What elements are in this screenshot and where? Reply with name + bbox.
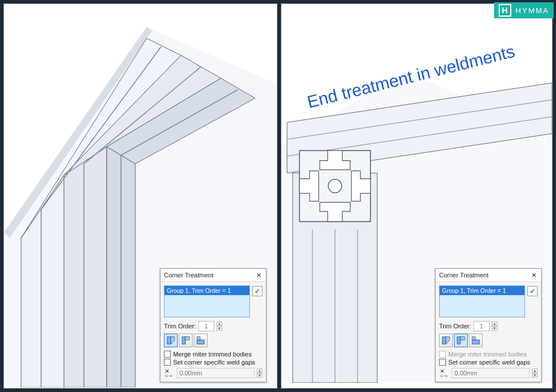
merge-checkbox-row[interactable]: Merge miter trimmed bodies bbox=[164, 351, 263, 358]
weld-gap-icon: G bbox=[439, 368, 449, 378]
corner-type-butt2-button[interactable] bbox=[469, 334, 483, 347]
svg-text:G: G bbox=[165, 374, 168, 378]
chevron-up-icon[interactable]: ▲ bbox=[492, 322, 498, 326]
close-icon[interactable]: ✕ bbox=[530, 271, 538, 279]
corner-type-row bbox=[439, 334, 538, 347]
close-icon[interactable]: ✕ bbox=[254, 271, 263, 279]
confirm-button[interactable]: ✓ bbox=[527, 286, 538, 296]
merge-checkbox bbox=[439, 351, 446, 358]
chevron-up-icon[interactable]: ▲ bbox=[257, 369, 263, 373]
trim-order-input[interactable]: 1 bbox=[198, 321, 214, 331]
viewport-left[interactable]: Corner Treatment ✕ Group 1, Trim Order =… bbox=[3, 3, 277, 389]
svg-rect-19 bbox=[197, 337, 200, 340]
setgap-checkbox-row[interactable]: Set corner specific weld gaps bbox=[164, 359, 263, 366]
chevron-down-icon[interactable]: ▼ bbox=[217, 326, 222, 331]
confirm-button[interactable]: ✓ bbox=[252, 286, 263, 296]
svg-rect-34 bbox=[460, 337, 464, 340]
group-list-item[interactable]: Group 1, Trim Order = 1 bbox=[165, 286, 249, 295]
svg-text:G: G bbox=[440, 374, 443, 378]
svg-marker-32 bbox=[446, 337, 449, 344]
weld-gap-input[interactable]: 0.00mm bbox=[177, 368, 254, 378]
trim-order-spinner[interactable]: ▲ ▼ bbox=[492, 322, 498, 331]
setgap-checkbox[interactable] bbox=[164, 359, 171, 366]
svg-rect-36 bbox=[472, 337, 475, 340]
svg-rect-31 bbox=[443, 337, 446, 344]
svg-rect-17 bbox=[185, 337, 189, 340]
weld-gap-icon: G bbox=[164, 368, 174, 378]
svg-rect-35 bbox=[472, 340, 480, 344]
corner-type-miter-button[interactable] bbox=[439, 334, 453, 347]
corner-type-butt1-button[interactable] bbox=[179, 334, 193, 347]
setgap-label: Set corner specific weld gaps bbox=[173, 359, 255, 366]
chevron-down-icon[interactable]: ▼ bbox=[532, 373, 538, 378]
corner-treatment-dialog-right: Corner Treatment ✕ Group 1, Trim Order =… bbox=[435, 268, 542, 382]
trim-order-label: Trim Order: bbox=[164, 323, 196, 330]
brand-logo: H HYMMA bbox=[494, 2, 554, 18]
viewport-right[interactable]: End treatment in weldments Corner Treatm… bbox=[281, 3, 553, 389]
trim-order-spinner[interactable]: ▲ ▼ bbox=[217, 322, 222, 331]
svg-marker-3 bbox=[64, 147, 107, 387]
split-view: Corner Treatment ✕ Group 1, Trim Order =… bbox=[0, 0, 556, 392]
svg-rect-14 bbox=[167, 337, 171, 344]
chevron-up-icon[interactable]: ▲ bbox=[532, 369, 538, 373]
chevron-up-icon[interactable]: ▲ bbox=[217, 322, 222, 326]
weld-gap-input[interactable]: 0.00mm bbox=[452, 368, 530, 378]
dialog-header: Corner Treatment ✕ bbox=[436, 269, 541, 282]
dialog-title: Corner Treatment bbox=[439, 272, 488, 279]
setgap-checkbox[interactable] bbox=[439, 359, 446, 366]
group-list-item[interactable]: Group 1, Trim Order = 1 bbox=[440, 286, 524, 295]
svg-rect-18 bbox=[197, 340, 205, 344]
svg-point-27 bbox=[328, 179, 342, 193]
merge-label: Merge miter trimmed bodies bbox=[448, 351, 527, 358]
brand-name: HYMMA bbox=[516, 6, 549, 15]
dialog-header: Corner Treatment ✕ bbox=[160, 269, 266, 282]
group-listbox[interactable]: Group 1, Trim Order = 1 bbox=[164, 285, 250, 317]
svg-marker-15 bbox=[171, 337, 174, 344]
dialog-title: Corner Treatment bbox=[164, 272, 213, 279]
merge-checkbox-row: Merge miter trimmed bodies bbox=[439, 351, 538, 358]
weld-gap-spinner[interactable]: ▲ ▼ bbox=[532, 369, 538, 378]
group-listbox[interactable]: Group 1, Trim Order = 1 bbox=[439, 285, 525, 317]
setgap-label: Set corner specific weld gaps bbox=[448, 359, 530, 366]
corner-type-row bbox=[164, 334, 263, 347]
corner-type-miter-button[interactable] bbox=[164, 334, 178, 347]
merge-label: Merge miter trimmed bodies bbox=[173, 351, 252, 358]
corner-treatment-dialog-left: Corner Treatment ✕ Group 1, Trim Order =… bbox=[160, 268, 267, 382]
weld-gap-spinner[interactable]: ▲ ▼ bbox=[257, 369, 263, 378]
svg-rect-33 bbox=[457, 337, 460, 344]
svg-rect-16 bbox=[182, 337, 185, 344]
merge-checkbox[interactable] bbox=[164, 351, 171, 358]
corner-type-butt1-button[interactable] bbox=[454, 334, 468, 347]
corner-type-butt2-button[interactable] bbox=[194, 334, 207, 347]
setgap-checkbox-row[interactable]: Set corner specific weld gaps bbox=[439, 359, 538, 366]
chevron-down-icon[interactable]: ▼ bbox=[492, 326, 498, 331]
trim-order-label: Trim Order: bbox=[439, 323, 471, 330]
chevron-down-icon[interactable]: ▼ bbox=[257, 373, 263, 378]
brand-icon: H bbox=[499, 4, 511, 17]
trim-order-input[interactable]: 1 bbox=[473, 321, 490, 331]
